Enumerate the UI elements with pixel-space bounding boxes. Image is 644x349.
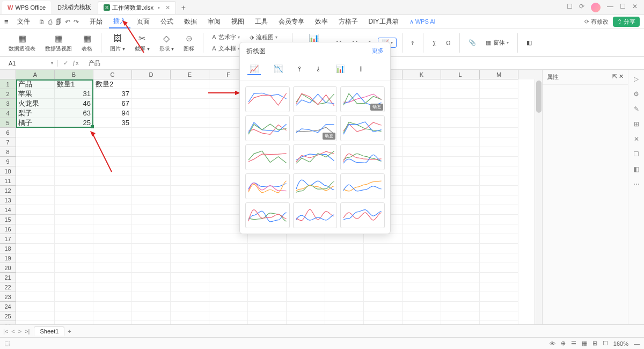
cell[interactable]	[480, 128, 518, 137]
cell[interactable]	[132, 253, 171, 263]
cell[interactable]	[132, 321, 171, 324]
row-header[interactable]: 2	[0, 89, 16, 99]
cell[interactable]	[55, 273, 93, 282]
row-header[interactable]: 7	[0, 137, 16, 147]
cell[interactable]	[171, 186, 209, 195]
cell[interactable]	[209, 302, 248, 311]
vertical-scrollbar[interactable]	[535, 79, 542, 324]
tab-template[interactable]: D找稻壳模板	[52, 1, 97, 14]
cell[interactable]	[480, 186, 518, 195]
row-header[interactable]: 4	[0, 108, 16, 118]
cell[interactable]	[16, 244, 55, 253]
cell[interactable]	[364, 263, 402, 273]
cell[interactable]	[441, 79, 480, 89]
cell[interactable]	[248, 282, 287, 292]
qat-undo-icon[interactable]: ↶	[65, 18, 70, 26]
cell[interactable]	[364, 234, 402, 244]
add-tab-button[interactable]: +	[177, 3, 190, 12]
cell[interactable]	[55, 321, 93, 324]
cell[interactable]	[480, 253, 518, 263]
cell[interactable]	[171, 176, 209, 186]
cell[interactable]	[480, 147, 518, 157]
cell[interactable]	[248, 244, 287, 253]
cell[interactable]	[16, 292, 55, 302]
cell[interactable]	[480, 292, 518, 302]
cell[interactable]	[171, 128, 209, 137]
cell[interactable]	[248, 321, 287, 324]
qat-redo-icon[interactable]: ↷	[74, 18, 79, 26]
cell[interactable]	[480, 321, 518, 324]
cell[interactable]	[171, 292, 209, 302]
cell[interactable]	[93, 302, 132, 311]
cell[interactable]	[93, 253, 132, 263]
cell[interactable]	[55, 253, 93, 263]
cell[interactable]	[16, 234, 55, 244]
row-header[interactable]: 22	[0, 282, 16, 292]
menu-page[interactable]: 页面	[133, 16, 154, 28]
cell[interactable]	[132, 128, 171, 137]
hamburger-icon[interactable]: ≡	[4, 18, 9, 26]
cell[interactable]	[364, 292, 402, 302]
cell[interactable]	[55, 302, 93, 311]
cell[interactable]: 94	[93, 108, 132, 118]
row-header[interactable]: 13	[0, 195, 16, 205]
cell[interactable]	[93, 311, 132, 321]
column-header[interactable]: E	[171, 70, 209, 79]
cell[interactable]	[248, 302, 287, 311]
cell[interactable]	[132, 224, 171, 234]
cell[interactable]	[441, 176, 480, 186]
cell[interactable]	[132, 108, 171, 118]
cell[interactable]: 37	[93, 89, 132, 99]
cell[interactable]	[171, 282, 209, 292]
cell[interactable]	[402, 147, 441, 157]
cell[interactable]	[441, 292, 480, 302]
rib-textbox[interactable]: A文本框▾	[209, 43, 243, 54]
cell[interactable]	[171, 253, 209, 263]
row-header[interactable]: 18	[0, 244, 16, 253]
menu-start[interactable]: 开始	[85, 16, 107, 28]
sync-icon[interactable]: ⟳	[579, 3, 584, 12]
cell[interactable]: 橘子	[16, 118, 55, 128]
chart-thumbnail[interactable]	[245, 115, 290, 141]
cell[interactable]	[402, 118, 441, 128]
tab-wps-office[interactable]: WWPS Office	[2, 1, 51, 14]
has-change-indicator[interactable]: ⟳ 有修改	[584, 18, 609, 26]
cell[interactable]	[16, 282, 55, 292]
maximize-icon[interactable]: ☐	[620, 3, 626, 12]
cell[interactable]	[402, 108, 441, 118]
cell[interactable]: 火龙果	[16, 99, 55, 108]
sheet-nav-last[interactable]: >|	[25, 328, 30, 335]
cell[interactable]	[287, 282, 325, 292]
chart-type-line-markers[interactable]: 📉	[272, 63, 285, 75]
row-header[interactable]: 23	[0, 292, 16, 302]
cell[interactable]	[209, 321, 248, 324]
row-header[interactable]: 20	[0, 263, 16, 273]
cell[interactable]	[248, 253, 287, 263]
close-tab-icon[interactable]: ✕	[165, 4, 170, 11]
status-icon-5[interactable]: ⊞	[592, 340, 597, 347]
cell[interactable]	[93, 128, 132, 137]
cell[interactable]	[93, 137, 132, 147]
chart-thumbnail[interactable]	[340, 144, 385, 170]
cell[interactable]: 产品	[16, 79, 55, 89]
cell[interactable]	[287, 253, 325, 263]
cell[interactable]	[171, 108, 209, 118]
cell[interactable]	[55, 244, 93, 253]
column-header[interactable]: A	[16, 70, 55, 79]
cell[interactable]	[441, 215, 480, 224]
cell[interactable]	[171, 79, 209, 89]
cell[interactable]	[16, 311, 55, 321]
rail-icon-1[interactable]: ▷	[634, 75, 639, 83]
cell[interactable]	[287, 263, 325, 273]
cell[interactable]	[248, 311, 287, 321]
menu-data[interactable]: 数据	[180, 16, 201, 28]
cell[interactable]	[16, 224, 55, 234]
cell[interactable]	[441, 99, 480, 108]
sheet-nav-first[interactable]: |<	[3, 328, 8, 335]
cell[interactable]	[402, 195, 441, 205]
row-header[interactable]: 5	[0, 118, 16, 128]
cell[interactable]	[441, 108, 480, 118]
cell[interactable]	[171, 137, 209, 147]
cell[interactable]	[441, 234, 480, 244]
row-header[interactable]: 15	[0, 215, 16, 224]
